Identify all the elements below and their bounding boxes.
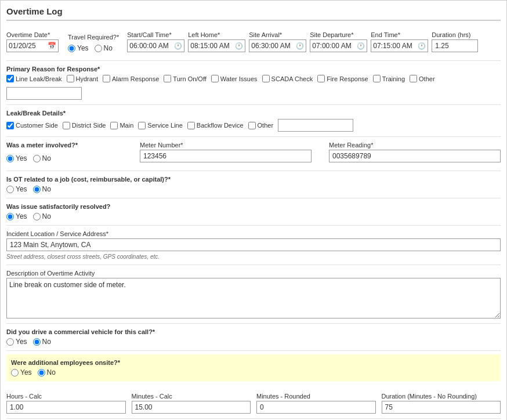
pr-fire-response-checkbox[interactable] [317, 75, 325, 82]
lb-other-input[interactable] [278, 119, 353, 132]
site-arrival-input[interactable] [251, 41, 295, 51]
issue-resolved-label: Was issue satisfactorily resolved? [6, 203, 501, 210]
ot-yes-option[interactable]: Yes [6, 185, 27, 193]
meter-number-input[interactable] [140, 150, 312, 162]
commercial-vehicle-label: Did you drive a commercial vehicle for t… [6, 328, 501, 335]
resolved-no-radio[interactable] [33, 213, 41, 220]
lb-district-side-checkbox[interactable] [63, 122, 70, 129]
lb-district-side[interactable]: District Side [63, 122, 106, 129]
minutes-calc-field: Minutes - Calc [132, 393, 251, 414]
lb-backflow-device-label: Backflow Device [197, 122, 244, 129]
pr-scada-check[interactable]: SCADA Check [262, 75, 313, 82]
travel-yes-radio[interactable] [68, 45, 75, 52]
cv-yes-option[interactable]: Yes [6, 338, 27, 346]
ae-no-option[interactable]: No [38, 368, 56, 376]
site-arrival-wrapper[interactable]: 🕐 [249, 39, 306, 52]
left-home-time-icon[interactable]: 🕐 [235, 42, 243, 50]
pr-other-input[interactable] [6, 87, 82, 100]
resolved-yes-label: Yes [16, 212, 27, 220]
pr-water-issues-checkbox[interactable] [211, 75, 219, 82]
meter-reading-label: Meter Reading* [329, 142, 501, 149]
pr-line-leak-label: Line Leak/Break [16, 75, 62, 82]
lb-main-checkbox[interactable] [110, 122, 118, 129]
lb-service-line-checkbox[interactable] [138, 122, 146, 129]
start-call-time-icon[interactable]: 🕐 [174, 42, 182, 50]
pr-line-leak-checkbox[interactable] [6, 75, 14, 82]
pr-turn-on-off[interactable]: Turn On/Off [164, 75, 206, 82]
site-departure-wrapper[interactable]: 🕐 [310, 39, 367, 52]
lb-other[interactable]: Other [248, 122, 274, 129]
incident-location-input[interactable] [6, 238, 501, 251]
site-arrival-time-icon[interactable]: 🕐 [296, 42, 304, 50]
end-time-wrapper[interactable]: 🕐 [371, 39, 428, 52]
pr-other-label: Other [419, 75, 435, 82]
lb-customer-side-label: Customer Side [16, 122, 58, 129]
overtime-date-input[interactable] [9, 41, 46, 51]
pr-other-checkbox[interactable] [410, 75, 417, 82]
minutes-rounded-input[interactable] [256, 401, 376, 414]
meter-no-option[interactable]: No [33, 154, 51, 162]
resolved-no-option[interactable]: No [33, 212, 51, 220]
lb-backflow-device-checkbox[interactable] [187, 122, 195, 129]
additional-employees-label: Were additional employees onsite?* [11, 359, 496, 366]
duration-no-rounding-field: Duration (Minutes - No Rounding) [382, 393, 501, 414]
travel-no-radio[interactable] [95, 45, 102, 52]
lb-service-line[interactable]: Service Line [138, 122, 183, 129]
end-time-input[interactable] [373, 41, 417, 51]
lb-other-checkbox[interactable] [248, 122, 256, 129]
lb-backflow-device[interactable]: Backflow Device [187, 122, 244, 129]
lb-customer-side-checkbox[interactable] [6, 122, 14, 129]
start-call-time-wrapper[interactable]: 🕐 [127, 39, 184, 52]
calendar-icon[interactable]: 📅 [48, 42, 56, 50]
minutes-calc-input[interactable] [132, 401, 251, 414]
ae-yes-radio[interactable] [11, 369, 19, 376]
overtime-date-wrapper[interactable]: 📅 [6, 39, 59, 52]
cv-yes-radio[interactable] [6, 338, 14, 346]
left-home-input[interactable] [190, 41, 234, 51]
pr-alarm-response-checkbox[interactable] [103, 75, 110, 82]
hours-calc-input[interactable] [6, 401, 126, 414]
pr-scada-check-checkbox[interactable] [262, 75, 270, 82]
site-departure-time-icon[interactable]: 🕐 [357, 42, 365, 50]
travel-yes-option[interactable]: Yes [68, 44, 89, 52]
resolved-yes-option[interactable]: Yes [6, 212, 27, 220]
meter-no-radio[interactable] [33, 155, 41, 162]
pr-hydrant-checkbox[interactable] [67, 75, 74, 82]
pr-fire-response[interactable]: Fire Response [317, 75, 368, 82]
pr-turn-on-off-checkbox[interactable] [164, 75, 171, 82]
pr-line-leak[interactable]: Line Leak/Break [6, 75, 62, 82]
lb-customer-side[interactable]: Customer Side [6, 122, 58, 129]
left-home-wrapper[interactable]: 🕐 [188, 39, 245, 52]
pr-training-checkbox[interactable] [373, 75, 381, 82]
site-departure-input[interactable] [312, 41, 356, 51]
pr-alarm-response[interactable]: Alarm Response [103, 75, 159, 82]
meter-yes-radio[interactable] [6, 155, 14, 162]
start-call-time-input[interactable] [129, 41, 173, 51]
duration-no-rounding-input[interactable] [382, 401, 501, 414]
pr-hydrant[interactable]: Hydrant [67, 75, 99, 82]
cv-no-option[interactable]: No [33, 338, 51, 346]
pr-water-issues[interactable]: Water Issues [211, 75, 258, 82]
ae-yes-option[interactable]: Yes [11, 368, 32, 376]
travel-no-option[interactable]: No [95, 44, 113, 52]
page-title: Overtime Log [6, 6, 501, 21]
end-time-icon[interactable]: 🕐 [418, 42, 426, 50]
pr-training[interactable]: Training [373, 75, 405, 82]
lb-other-label: Other [258, 122, 274, 129]
ot-no-label: No [42, 185, 51, 193]
ae-yes-label: Yes [20, 368, 32, 376]
meter-yes-option[interactable]: Yes [6, 154, 27, 162]
ot-yes-radio[interactable] [6, 186, 14, 193]
overtime-date-label: Overtime Date* [6, 31, 59, 38]
resolved-yes-radio[interactable] [6, 213, 14, 220]
ot-no-option[interactable]: No [33, 185, 51, 193]
description-textarea[interactable]: <span data-bind="description.value"></sp… [6, 278, 501, 318]
ae-no-radio[interactable] [38, 369, 45, 376]
duration-input[interactable] [432, 39, 478, 52]
meter-reading-input[interactable] [329, 150, 501, 162]
lb-main[interactable]: Main [110, 122, 133, 129]
cv-no-radio[interactable] [33, 338, 41, 346]
duration-label: Duration (hrs) [432, 31, 478, 38]
ot-no-radio[interactable] [33, 186, 41, 193]
pr-other[interactable]: Other [410, 75, 435, 82]
